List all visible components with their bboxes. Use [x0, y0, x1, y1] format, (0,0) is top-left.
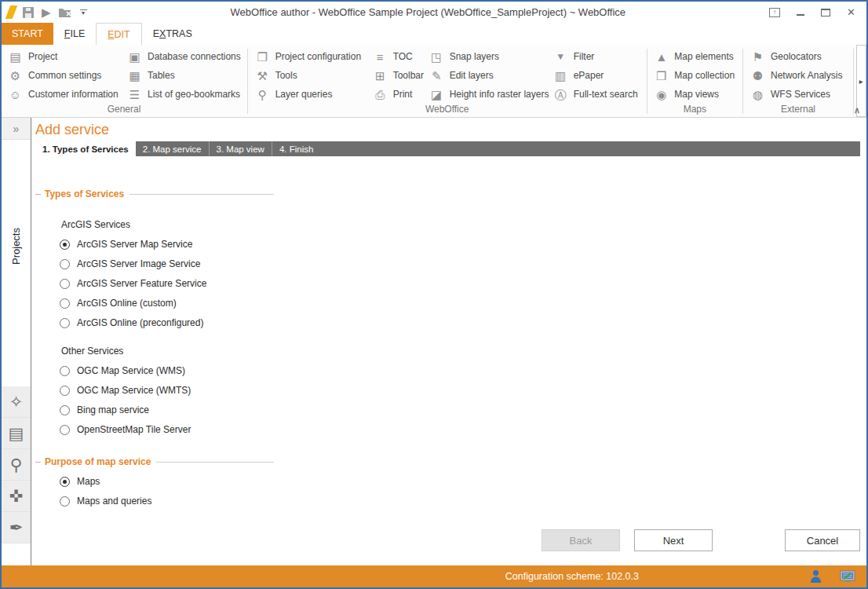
new-item-icon[interactable] [2, 386, 31, 418]
legend-rule [156, 462, 274, 463]
radio-option-arcgis-online-preconfigured[interactable]: ArcGIS Online (preconfigured) [60, 317, 860, 328]
ribbon-item-toc[interactable]: TOC [370, 47, 426, 66]
ribbon-item-height-info-raster-layers[interactable]: Height info raster layers [426, 85, 550, 104]
ribbon-item-project-configuration[interactable]: Project configuration [252, 47, 370, 66]
close-icon[interactable]: ✕ [847, 6, 855, 18]
radio-option-ogc-map-service-wmts[interactable]: OGC Map Service (WMTS) [60, 385, 860, 396]
customer-info-icon [8, 89, 23, 101]
wizard-step-map-view[interactable]: 3. Map view [209, 141, 272, 156]
radio-button[interactable] [60, 477, 70, 487]
ribbon-item-snap-layers[interactable]: Snap layers [426, 47, 550, 66]
ribbon-item-map-collection[interactable]: Map collection [651, 66, 739, 85]
ribbon-item-customer-information[interactable]: Customer information [5, 85, 124, 104]
ribbon-item-wfs-services[interactable]: WFS Services [747, 85, 849, 104]
ribbon-item-geolocators[interactable]: Geolocators [747, 47, 849, 66]
wizard-footer: Back Next Cancel [35, 529, 860, 551]
project-configuration-icon [255, 51, 270, 63]
height-info-icon [429, 89, 444, 101]
next-button[interactable]: Next [634, 529, 713, 551]
sidebar-panel-label-projects[interactable]: Projects [10, 228, 22, 265]
main-panel: Add service 1. Types of Services 2. Map … [31, 118, 866, 565]
ribbon-item-map-elements[interactable]: Map elements [651, 47, 739, 66]
chevron-right-icon: » [13, 123, 20, 135]
ribbon-item-edit-layers[interactable]: Edit layers [426, 66, 550, 85]
map-views-icon [654, 89, 669, 101]
ribbon-item-toolbar[interactable]: Toolbar [370, 66, 426, 85]
radio-option-arcgis-online-custom[interactable]: ArcGIS Online (custom) [60, 298, 860, 309]
ribbon-pin-icon[interactable]: ↑ [769, 8, 780, 17]
ribbon-item-geo-bookmarks[interactable]: List of geo-bookmarks [124, 85, 243, 104]
ribbon-item-fulltext-search[interactable]: Full-text search [550, 85, 643, 104]
ribbon-item-map-views[interactable]: Map views [651, 85, 739, 104]
radio-button[interactable] [60, 298, 70, 309]
ribbon-collapse-button[interactable] [854, 105, 860, 115]
tab-extras[interactable]: EXTRAS [142, 23, 203, 45]
ribbon-item-network-analysis[interactable]: Network Analysis [747, 66, 849, 85]
minimize-icon[interactable] [797, 14, 804, 16]
radio-option-maps-and-queries[interactable]: Maps and queries [60, 496, 860, 507]
user-icon[interactable] [809, 569, 822, 584]
quick-access-toolbar: ▾ [6, 5, 87, 19]
radio-option-arcgis-server-feature-service[interactable]: ArcGIS Server Feature Service [60, 278, 860, 289]
radio-button[interactable] [60, 425, 70, 435]
sidebar-tool-strip [2, 386, 31, 543]
snap-layers-icon [429, 51, 444, 63]
ribbon-separator [647, 49, 647, 114]
ribbon-item-tables[interactable]: Tables [124, 66, 243, 85]
close-project-icon[interactable] [58, 6, 73, 18]
radio-button[interactable] [60, 366, 70, 376]
radio-option-arcgis-server-map-service[interactable]: ArcGIS Server Map Service [60, 239, 860, 250]
radio-option-arcgis-server-image-service[interactable]: ArcGIS Server Image Service [60, 258, 860, 269]
design-pen-icon[interactable] [2, 512, 31, 543]
radio-option-ogc-map-service-wms[interactable]: OGC Map Service (WMS) [60, 365, 860, 376]
ribbon-item-layer-queries[interactable]: Layer queries [252, 85, 370, 104]
ribbon-item-common-settings[interactable]: Common settings [5, 66, 124, 85]
ribbon-collapse-icon [854, 105, 860, 115]
tab-file[interactable]: FILE [53, 23, 96, 45]
layer-queries-icon [255, 89, 270, 101]
radio-option-maps[interactable]: Maps [60, 476, 860, 487]
ribbon-item-epaper[interactable]: ePaper [550, 66, 643, 85]
ribbon-group-label-general: General [5, 104, 243, 117]
tab-start[interactable]: START [2, 23, 53, 45]
ribbon-item-database-connections[interactable]: Database connections [124, 47, 243, 66]
project-notebook-icon[interactable] [2, 418, 31, 449]
maximize-icon[interactable] [821, 9, 830, 16]
sidebar-expander-button[interactable]: » [2, 118, 31, 140]
radio-button[interactable] [60, 318, 70, 328]
fieldset-legend: Types of Services [45, 188, 124, 199]
move-edit-icon[interactable] [2, 481, 31, 512]
print-icon [373, 89, 388, 101]
radio-button[interactable] [60, 496, 70, 507]
radio-button[interactable] [60, 279, 70, 289]
ribbon-item-project[interactable]: Project [5, 47, 124, 66]
radio-button[interactable] [60, 386, 70, 396]
wizard-step-map-service[interactable]: 2. Map service [136, 141, 209, 156]
radio-button[interactable] [60, 240, 70, 250]
radio-button[interactable] [60, 259, 70, 269]
ribbon-item-filter[interactable]: Filter [550, 47, 643, 66]
cancel-button[interactable]: Cancel [785, 529, 860, 551]
radio-button[interactable] [60, 405, 70, 415]
wizard-step-finish[interactable]: 4. Finish [272, 141, 320, 156]
back-button[interactable]: Back [542, 529, 620, 551]
ribbon-group-label-maps: Maps [651, 104, 739, 117]
save-icon[interactable] [22, 6, 35, 19]
radio-option-openstreetmap-tile-server[interactable]: OpenStreetMap Tile Server [60, 424, 860, 435]
fieldset-types-of-services: Types of Services ArcGIS Services ArcGIS… [35, 188, 860, 435]
geo-bookmarks-icon [127, 89, 142, 101]
run-icon[interactable] [42, 6, 51, 18]
database-connections-icon [127, 51, 142, 63]
ribbon: Project Common settings Customer informa… [2, 45, 866, 118]
customize-quick-access-icon[interactable]: ▾ [80, 9, 87, 16]
fieldset-legend-row: Types of Services [35, 188, 274, 199]
radio-option-bing-map-service[interactable]: Bing map service [60, 404, 860, 415]
ribbon-separator [247, 49, 248, 114]
search-icon[interactable] [2, 449, 31, 481]
ribbon-item-tools[interactable]: Tools [252, 66, 370, 85]
fieldset-legend-row: Purpose of map service [35, 456, 274, 467]
wizard-step-types-of-services[interactable]: 1. Types of Services [35, 141, 136, 156]
ribbon-item-print[interactable]: Print [370, 85, 426, 104]
tab-edit[interactable]: EDIT [96, 23, 141, 45]
remote-desktop-icon[interactable] [840, 570, 855, 584]
